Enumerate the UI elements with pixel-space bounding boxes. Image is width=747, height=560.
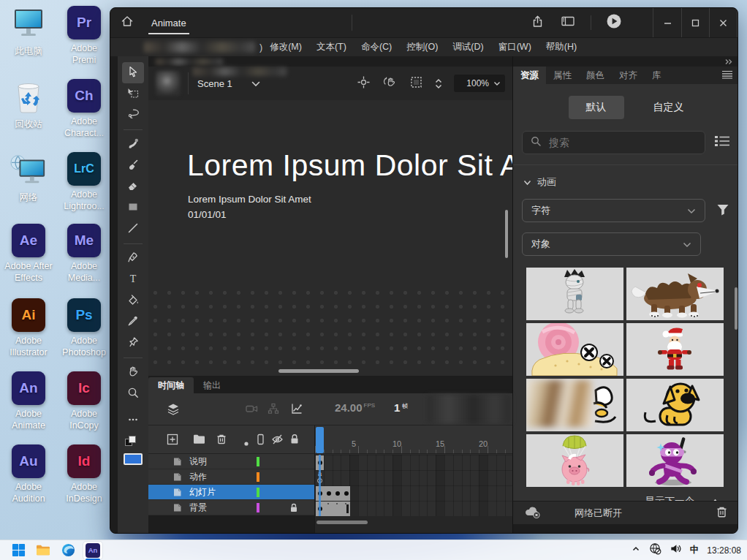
- stage-canvas[interactable]: Lorem Ipsum Dolor Sit Amet Lorem Ipsum D…: [148, 100, 512, 376]
- taskbar-animate-button[interactable]: An: [83, 542, 102, 559]
- menu-control[interactable]: 控制(O): [399, 38, 445, 57]
- playhead-marker[interactable]: [316, 427, 324, 453]
- desktop-icon-network[interactable]: 网络: [0, 152, 58, 203]
- ime-indicator[interactable]: 中: [690, 544, 699, 556]
- panel-trash-icon[interactable]: [715, 505, 729, 521]
- start-button[interactable]: [9, 542, 28, 559]
- asset-thumbnail-pig[interactable]: [526, 434, 623, 487]
- asset-thumbnail-snail[interactable]: [526, 323, 623, 376]
- object-type-select[interactable]: 对象: [522, 232, 701, 256]
- active-color-swatch[interactable]: [124, 453, 143, 465]
- asset-warp-tool[interactable]: [122, 333, 144, 354]
- layer-row-shuoming[interactable]: 说明: [148, 454, 314, 469]
- panel-menu-icon[interactable]: [721, 69, 733, 82]
- tab-output[interactable]: 输出: [194, 377, 230, 393]
- layer-row-huandengpian-selected[interactable]: 幻灯片: [148, 485, 314, 500]
- eyedropper-tool[interactable]: [122, 311, 144, 333]
- tab-color[interactable]: 颜色: [579, 67, 612, 84]
- new-layer-button[interactable]: [166, 433, 179, 449]
- desktop-icon-lightroom[interactable]: LrC Adobe Lightroo...: [54, 152, 114, 213]
- desktop-icon-media-encoder[interactable]: Me Adobe Media...: [54, 224, 114, 284]
- show-next-clipped-row[interactable]: 显示下一个: [513, 493, 738, 501]
- desktop-icon-audition[interactable]: Au Adobe Audition: [0, 444, 58, 505]
- mode-custom-button[interactable]: 自定义: [653, 101, 684, 114]
- layer-locked-icon[interactable]: [289, 502, 299, 516]
- menu-modify[interactable]: 修改(M): [262, 38, 309, 57]
- menu-debug[interactable]: 调试(D): [445, 38, 490, 57]
- camera-icon[interactable]: [245, 402, 259, 418]
- timeline-horizontal-scrollbar[interactable]: [316, 521, 368, 524]
- desktop-icon-character-animator[interactable]: Ch Adobe Charact...: [54, 79, 114, 140]
- paint-bucket-tool[interactable]: [122, 290, 144, 311]
- fluid-brush-tool[interactable]: [122, 134, 144, 155]
- keyframe-span-locked[interactable]: [316, 502, 350, 516]
- new-folder-button[interactable]: [192, 433, 206, 448]
- layer-parenting-icon[interactable]: [267, 402, 280, 418]
- zoom-tool[interactable]: [122, 383, 144, 404]
- close-button[interactable]: [709, 8, 737, 37]
- keyframe-span-selected[interactable]: [316, 486, 350, 501]
- frames-area[interactable]: 5 10 15 20 a: [315, 425, 512, 533]
- maximize-button[interactable]: [681, 8, 709, 37]
- current-frame-value[interactable]: 1: [394, 401, 400, 414]
- desktop-icon-incopy[interactable]: Ic Adobe InCopy: [54, 371, 114, 432]
- zoom-stepper[interactable]: [435, 78, 442, 89]
- tab-align[interactable]: 对齐: [612, 67, 645, 84]
- minimize-button[interactable]: [653, 8, 681, 37]
- asset-thumbnail-ninja[interactable]: [626, 434, 724, 487]
- lock-layers-icon[interactable]: [289, 433, 300, 448]
- section-chevron-icon[interactable]: [523, 177, 531, 188]
- desktop-icon-illustrator[interactable]: Ai Adobe Illustrator: [0, 298, 58, 359]
- layer-row-beijing[interactable]: 背景: [148, 500, 314, 515]
- frames-grid[interactable]: a: [315, 455, 512, 516]
- more-tools-button[interactable]: [122, 410, 144, 431]
- scene-name[interactable]: Scene 1: [197, 78, 232, 89]
- tab-assets[interactable]: 资源: [513, 67, 546, 84]
- filter-icon[interactable]: [716, 203, 730, 219]
- tab-library[interactable]: 库: [645, 67, 669, 84]
- stage-title-text[interactable]: Lorem Ipsum Dolor Sit Amet: [187, 148, 512, 183]
- playhead-line[interactable]: [319, 455, 321, 517]
- pen-tool[interactable]: [122, 248, 144, 269]
- stage-subtitle-text[interactable]: Lorem Ipsum Dolor Sit Amet: [188, 194, 311, 205]
- subselection-tool[interactable]: [122, 83, 144, 105]
- title-bar[interactable]: Animate: [110, 8, 737, 37]
- asset-thumbnail-santa[interactable]: [626, 323, 724, 376]
- asset-thumbnail-dog-censored[interactable]: [526, 379, 623, 431]
- section-title[interactable]: 动画: [537, 175, 556, 189]
- scene-thumbnail-censored[interactable]: [156, 71, 181, 96]
- layer-row-dongzuo[interactable]: 动作: [148, 469, 314, 485]
- asset-thumbnail-dog[interactable]: [626, 379, 724, 431]
- menu-window[interactable]: 窗口(W): [491, 38, 539, 57]
- file-explorer-button[interactable]: [34, 542, 53, 559]
- line-tool[interactable]: [122, 219, 144, 240]
- clock[interactable]: 13:28:08: [707, 545, 741, 556]
- delete-layer-button[interactable]: [215, 433, 228, 449]
- character-type-select[interactable]: 字符: [522, 199, 705, 222]
- hand-tool[interactable]: [122, 362, 144, 383]
- asset-thumbnail-mummy[interactable]: [526, 268, 623, 320]
- network-disconnected-icon[interactable]: [649, 542, 661, 558]
- desktop-icon-photoshop[interactable]: Ps Adobe Photoshop: [54, 298, 114, 359]
- menu-commands[interactable]: 命令(C): [354, 38, 399, 57]
- lasso-tool[interactable]: [122, 105, 144, 126]
- timeline-ruler[interactable]: 5 10 15 20: [315, 425, 512, 454]
- fps-value[interactable]: 24.00: [335, 401, 363, 414]
- workspace-button[interactable]: [560, 15, 576, 31]
- menu-help[interactable]: 帮助(H): [539, 38, 584, 57]
- asset-search-box[interactable]: [522, 131, 705, 154]
- text-tool[interactable]: T: [122, 269, 144, 290]
- test-movie-button[interactable]: [606, 15, 622, 31]
- list-view-icon[interactable]: [714, 135, 730, 151]
- desktop-icon-animate[interactable]: An Adobe Animate: [0, 371, 58, 432]
- stage-horizontal-scrollbar[interactable]: [278, 369, 359, 373]
- tab-properties[interactable]: 属性: [546, 67, 579, 84]
- menu-text[interactable]: 文本(T): [309, 38, 354, 57]
- frame-graph-icon[interactable]: [290, 402, 303, 418]
- volume-icon[interactable]: [670, 542, 682, 558]
- zoom-level-select[interactable]: 100%: [454, 75, 505, 92]
- hide-layers-icon[interactable]: [270, 433, 284, 449]
- rotation-tool-icon[interactable]: [382, 75, 398, 92]
- desktop-icon-premiere[interactable]: Pr Adobe Premi: [54, 6, 114, 67]
- asset-thumbnail-wolf[interactable]: [626, 268, 724, 320]
